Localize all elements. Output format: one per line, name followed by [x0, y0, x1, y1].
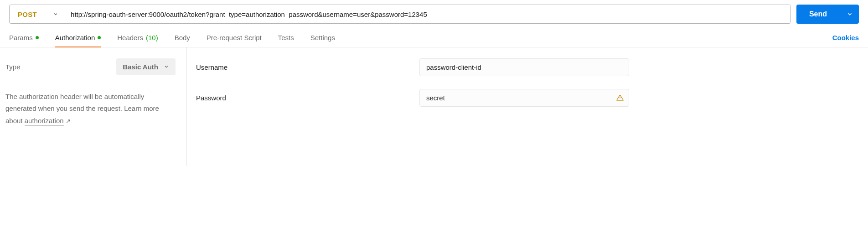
username-label: Username	[196, 63, 419, 71]
tab-headers[interactable]: Headers (10)	[109, 29, 166, 47]
tab-params[interactable]: Params	[9, 29, 47, 47]
url-input[interactable]	[64, 5, 790, 23]
username-input-wrap	[419, 58, 629, 76]
tab-label: Params	[9, 34, 33, 42]
tab-label: Body	[175, 34, 190, 42]
tab-settings[interactable]: Settings	[302, 29, 343, 47]
chevron-down-icon	[164, 63, 169, 71]
tabs: Params Authorization Headers (10) Body P…	[9, 29, 343, 47]
password-input-wrap	[419, 89, 629, 107]
dot-icon	[36, 36, 39, 39]
send-button[interactable]: Send	[796, 5, 840, 24]
tab-label: Pre-request Script	[207, 34, 262, 42]
dot-icon	[98, 36, 101, 39]
send-more-button[interactable]	[840, 5, 859, 24]
password-row: Password	[196, 89, 857, 107]
cookies-link[interactable]: Cookies	[832, 29, 859, 47]
body-area: Type Basic Auth The authorization header…	[0, 47, 868, 166]
headers-count: (10)	[146, 34, 158, 42]
tab-body[interactable]: Body	[166, 29, 198, 47]
tab-tests[interactable]: Tests	[270, 29, 302, 47]
password-input[interactable]	[419, 89, 629, 107]
auth-type-value: Basic Auth	[123, 63, 158, 71]
username-input[interactable]	[419, 58, 629, 76]
username-row: Username	[196, 58, 857, 76]
tabs-row: Params Authorization Headers (10) Body P…	[0, 29, 868, 47]
type-label: Type	[5, 63, 21, 71]
send-button-group: Send	[796, 5, 859, 24]
auth-type-select[interactable]: Basic Auth	[116, 58, 176, 75]
method-select[interactable]: POST	[10, 5, 64, 23]
password-label: Password	[196, 94, 419, 102]
auth-form: Username Password	[187, 47, 868, 166]
url-container: POST	[9, 5, 791, 24]
tab-prerequest[interactable]: Pre-request Script	[198, 29, 270, 47]
tab-authorization[interactable]: Authorization	[47, 29, 109, 47]
auth-sidebar: Type Basic Auth The authorization header…	[0, 47, 187, 166]
tab-label: Headers	[117, 34, 143, 42]
warning-icon	[616, 94, 624, 102]
auth-description: The authorization header will be automat…	[1, 91, 176, 127]
type-row: Type Basic Auth	[1, 58, 176, 75]
chevron-down-icon	[53, 11, 58, 17]
tab-label: Tests	[278, 34, 294, 42]
tab-label: Settings	[310, 34, 335, 42]
request-bar: POST Send	[0, 0, 868, 29]
authorization-link[interactable]: authorization	[25, 117, 64, 125]
tab-label: Authorization	[55, 34, 95, 42]
method-text: POST	[18, 10, 37, 18]
external-link-icon: ↗	[66, 118, 71, 125]
